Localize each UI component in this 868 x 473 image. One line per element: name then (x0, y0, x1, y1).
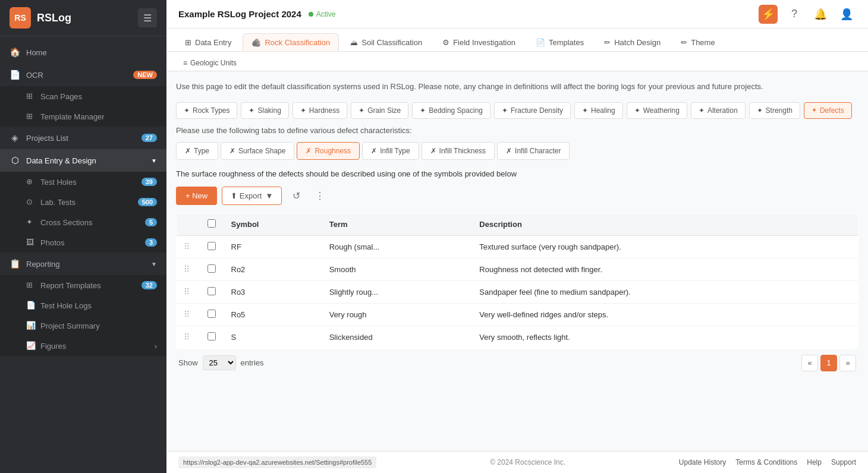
cross-sections-icon: ✦ (26, 217, 36, 227)
new-button-label: + New (185, 191, 207, 200)
select-all-checkbox[interactable] (207, 219, 216, 228)
prev-page-button[interactable]: « (801, 355, 818, 371)
roughness-tab-icon: ✗ (306, 147, 312, 155)
defect-tab-type[interactable]: ✗Type (176, 142, 218, 160)
class-tab-healing[interactable]: ✦Healing (574, 102, 623, 119)
symbol-cell: Ro2 (224, 258, 322, 280)
drag-handle-icon[interactable]: ⠿ (184, 310, 192, 319)
sidebar-item-report-templates[interactable]: ⊞ Report Templates 32 (0, 275, 166, 295)
update-history-link[interactable]: Update History (679, 458, 726, 466)
test-holes-label: Test Holes (40, 178, 77, 187)
row-checkbox[interactable] (207, 310, 216, 318)
tab-soil-classification[interactable]: ⛰ Soil Classification (341, 33, 431, 51)
sidebar-item-home[interactable]: 🏠 Home (0, 41, 166, 64)
sidebar-logo: RS RSLog ☰ (0, 0, 166, 36)
next-page-button[interactable]: » (839, 355, 856, 371)
sidebar-item-photos[interactable]: 🖼 Photos 3 (0, 232, 166, 253)
tab-geologic-units[interactable]: ≡ Geologic Units (176, 55, 244, 71)
ocr-submenu: ⊞ Scan Pages ⊞ Template Manager (0, 86, 166, 127)
class-tab-hardness[interactable]: ✦Hardness (293, 102, 347, 119)
sidebar-item-projects-list[interactable]: ◈ Projects List 27 (0, 127, 166, 149)
tab-data-entry[interactable]: ⊞ Data Entry (176, 33, 240, 51)
class-tab-bedding-spacing[interactable]: ✦Bedding Spacing (412, 102, 490, 119)
tab-rock-classification[interactable]: 🪨 Rock Classification (243, 33, 339, 51)
class-tab-slaking[interactable]: ✦Slaking (241, 102, 288, 119)
description-cell: Textured surface (very rough sandpaper). (472, 235, 858, 258)
hamburger-button[interactable]: ☰ (138, 8, 157, 27)
defect-tab-infill-character[interactable]: ✗Infill Character (497, 142, 570, 160)
row-checkbox[interactable] (207, 287, 216, 295)
class-tab-fracture-density[interactable]: ✦Fracture Density (494, 102, 571, 119)
tab-templates[interactable]: 📄 Templates (527, 33, 593, 51)
sidebar-item-reporting[interactable]: 📋 Reporting ▼ (0, 253, 166, 275)
primary-tab-bar: ⊞ Data Entry 🪨 Rock Classification ⛰ Soi… (166, 29, 868, 52)
bell-button[interactable]: 🔔 (811, 5, 830, 24)
weathering-tab-icon: ✦ (634, 106, 640, 115)
strength-tab-icon: ✦ (757, 106, 763, 115)
new-button[interactable]: + New (176, 187, 217, 205)
geologic-units-label: Geologic Units (190, 59, 237, 67)
user-button[interactable]: 👤 (837, 5, 856, 24)
row-checkbox[interactable] (207, 242, 216, 250)
main-content: Example RSLog Project 2024 Active ⚡ ? 🔔 … (166, 0, 868, 473)
sidebar-item-figures[interactable]: 📈 Figures › (0, 336, 166, 356)
report-templates-icon: ⊞ (26, 280, 36, 290)
sidebar-item-test-holes[interactable]: ⊕ Test Holes 39 (0, 172, 166, 192)
tab-hatch-design[interactable]: ✏ Hatch Design (595, 33, 669, 51)
more-button[interactable]: ⋮ (310, 187, 329, 206)
home-label: Home (26, 48, 157, 57)
defect-tab-infill-type[interactable]: ✗Infill Type (362, 142, 419, 160)
defect-tab-surface-shape[interactable]: ✗Surface Shape (221, 142, 294, 160)
sidebar-item-template-manager[interactable]: ⊞ Template Manager (0, 106, 166, 127)
description-cell: Sandpaper feel (fine to medium sandpaper… (472, 280, 858, 303)
refresh-button[interactable]: ↺ (287, 187, 306, 206)
tab-rock-classification-label: Rock Classification (265, 38, 330, 47)
sidebar-item-test-hole-logs[interactable]: 📄 Test Hole Logs (0, 295, 166, 316)
terms-link[interactable]: Terms & Conditions (735, 458, 797, 466)
table-footer: Show 25 50 100 entries « 1 » (176, 349, 858, 377)
class-tab-defects[interactable]: ✦Defects (804, 102, 852, 119)
defects-tab-icon: ✦ (812, 106, 817, 114)
help-link[interactable]: Help (807, 458, 822, 466)
class-tab-strength[interactable]: ✦Strength (749, 102, 800, 119)
export-button[interactable]: ⬆ Export ▼ (222, 187, 282, 205)
tab-field-investigation[interactable]: ⚙ Field Investigation (433, 33, 524, 51)
class-tab-grain-size[interactable]: ✦Grain Size (351, 102, 408, 119)
template-manager-label: Template Manager (40, 112, 105, 121)
drag-handle-icon[interactable]: ⠿ (184, 332, 192, 342)
export-dropdown-icon: ▼ (265, 191, 273, 200)
templates-tab-icon: 📄 (536, 38, 545, 47)
row-checkbox[interactable] (207, 264, 216, 273)
term-cell: Slightly roug... (322, 280, 473, 303)
class-tab-rock-types[interactable]: ✦Rock Types (176, 102, 237, 119)
lightning-button[interactable]: ⚡ (759, 5, 778, 24)
field-investigation-tab-icon: ⚙ (442, 38, 449, 47)
tab-data-entry-label: Data Entry (195, 38, 231, 47)
defect-tab-infill-thickness[interactable]: ✗Infill Thickness (422, 142, 495, 160)
drag-handle-icon[interactable]: ⠿ (184, 287, 192, 297)
class-tab-weathering[interactable]: ✦Weathering (627, 102, 687, 119)
photos-label: Photos (40, 238, 64, 247)
drag-handle-icon[interactable]: ⠿ (184, 242, 192, 251)
class-tab-alteration[interactable]: ✦Alteration (691, 102, 746, 119)
drag-handle-icon[interactable]: ⠿ (184, 264, 192, 274)
sidebar-item-scan-pages[interactable]: ⊞ Scan Pages (0, 86, 166, 106)
status-badge: Active (309, 10, 336, 18)
page-1-button[interactable]: 1 (820, 355, 837, 371)
entries-select[interactable]: 25 50 100 (203, 355, 236, 370)
col-symbol-header: Symbol (224, 213, 322, 235)
defect-tab-roughness[interactable]: ✗Roughness (297, 142, 360, 160)
table-row: ⠿ Ro2 Smooth Roughness not detected with… (177, 258, 858, 280)
help-button[interactable]: ? (785, 5, 804, 24)
sidebar-item-project-summary[interactable]: 📊 Project Summary (0, 316, 166, 336)
row-checkbox[interactable] (207, 332, 216, 340)
sidebar-item-cross-sections[interactable]: ✦ Cross Sections 5 (0, 212, 166, 232)
row-checkbox-cell (200, 280, 224, 303)
tab-theme[interactable]: ✏ Theme (672, 33, 724, 51)
footer: https://rslog2-app-dev-qa2.azurewebsites… (166, 451, 868, 473)
sidebar-item-lab-tests[interactable]: ⊙ Lab. Tests 500 (0, 192, 166, 212)
sidebar-item-data-entry[interactable]: ⬡ Data Entry & Design ▼ (0, 149, 166, 172)
support-link[interactable]: Support (831, 458, 856, 466)
sidebar-item-ocr[interactable]: 📄 OCR NEW (0, 64, 166, 86)
drag-handle-cell: ⠿ (177, 303, 200, 326)
